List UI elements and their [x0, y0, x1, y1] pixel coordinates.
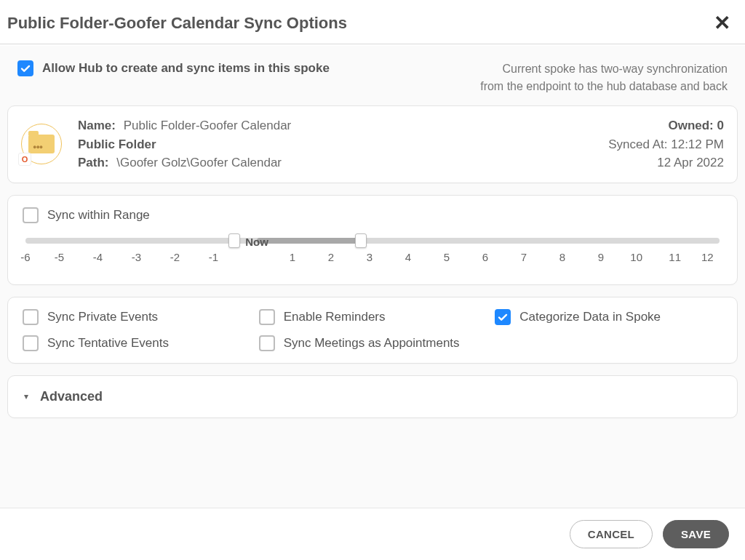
- categorize-label: Categorize Data in Spoke: [519, 310, 661, 324]
- name-label: Name:: [78, 119, 116, 132]
- synced-time: 12:12 PM: [671, 137, 724, 151]
- option-meetings-as-appts: Sync Meetings as Appointments: [259, 335, 487, 351]
- spoke-path-row: Path: \Goofer Golz\Goofer Calendar: [78, 153, 608, 172]
- categorize-checkbox[interactable]: [495, 309, 511, 325]
- header-divider: [0, 44, 745, 44]
- spoke-name-row: Name: Public Folder-Goofer Calendar: [78, 116, 608, 135]
- dialog-title: Public Folder-Goofer Calendar Sync Optio…: [7, 14, 347, 33]
- synced-label: Synced At:: [608, 137, 667, 151]
- option-sync-tentative: Sync Tentative Events: [23, 335, 250, 351]
- allow-left: Allow Hub to create and sync items in th…: [17, 60, 330, 76]
- synced-date: 12 Apr 2022: [608, 153, 724, 172]
- owned-value: 0: [717, 119, 724, 132]
- advanced-label: Advanced: [40, 389, 103, 404]
- advanced-section-toggle[interactable]: ▾ Advanced: [7, 375, 738, 418]
- slider-ticks: -6-5-4-3-2-1123456789101112: [25, 251, 720, 263]
- synced-row: Synced At: 12:12 PM: [608, 135, 724, 154]
- slider-handle-right[interactable]: [355, 233, 367, 248]
- spoke-info-card: ●●● O Name: Public Folder-Goofer Calenda…: [7, 105, 738, 183]
- options-card: Sync Private Events Enable Reminders Cat…: [7, 297, 738, 364]
- path-value: \Goofer Golz\Goofer Calendar: [116, 156, 282, 169]
- name-value: Public Folder-Goofer Calendar: [124, 119, 292, 132]
- slider-track: [25, 238, 720, 244]
- sync-tentative-checkbox[interactable]: [23, 335, 39, 351]
- slider-now-label: Now: [245, 236, 268, 248]
- sync-description: Current spoke has two-way synchronizatio…: [480, 60, 728, 95]
- options-grid: Sync Private Events Enable Reminders Cat…: [23, 309, 722, 351]
- sync-private-checkbox[interactable]: [23, 309, 39, 325]
- option-sync-private: Sync Private Events: [23, 309, 250, 325]
- meetings-as-appts-label: Sync Meetings as Appointments: [284, 336, 460, 351]
- save-button[interactable]: SAVE: [663, 520, 729, 548]
- range-top: Sync within Range: [23, 207, 722, 223]
- path-label: Path:: [78, 156, 109, 169]
- allow-row: Allow Hub to create and sync items in th…: [7, 55, 738, 105]
- sync-description-line2: from the endpoint to the hub database an…: [480, 80, 728, 92]
- allow-hub-checkbox[interactable]: [17, 60, 33, 76]
- check-icon: [20, 63, 31, 74]
- option-categorize: Categorize Data in Spoke: [495, 309, 722, 325]
- dialog-header: Public Folder-Goofer Calendar Sync Optio…: [0, 0, 745, 44]
- sync-within-range-label: Sync within Range: [47, 208, 150, 223]
- dialog-footer: CANCEL SAVE: [0, 508, 745, 560]
- enable-reminders-checkbox[interactable]: [259, 309, 275, 325]
- meetings-as-appts-checkbox[interactable]: [259, 335, 275, 351]
- range-slider[interactable]: Now -6-5-4-3-2-1123456789101112: [25, 235, 720, 271]
- sync-options-dialog: Public Folder-Goofer Calendar Sync Optio…: [0, 0, 745, 560]
- sync-within-range-checkbox[interactable]: [23, 207, 39, 223]
- range-card: Sync within Range Now -6-5-4-3-2-1123456…: [7, 195, 738, 285]
- sync-description-line1: Current spoke has two-way synchronizatio…: [503, 63, 728, 75]
- spoke-info-right: Owned: 0 Synced At: 12:12 PM 12 Apr 2022: [608, 116, 724, 172]
- office-badge-icon: O: [18, 153, 31, 166]
- owned-label: Owned:: [668, 119, 713, 132]
- check-icon: [497, 311, 509, 323]
- allow-hub-label: Allow Hub to create and sync items in th…: [42, 61, 330, 76]
- slider-fill: [257, 238, 361, 244]
- folder-type: Public Folder: [78, 135, 608, 154]
- slider-handle-left[interactable]: [228, 233, 240, 248]
- enable-reminders-label: Enable Reminders: [284, 310, 386, 324]
- spoke-info-left: Name: Public Folder-Goofer Calendar Publ…: [78, 116, 608, 172]
- sync-tentative-label: Sync Tentative Events: [47, 336, 169, 351]
- spoke-icon: ●●● O: [21, 124, 62, 164]
- cancel-button[interactable]: CANCEL: [570, 520, 653, 548]
- sync-private-label: Sync Private Events: [47, 310, 158, 324]
- dialog-body: Allow Hub to create and sync items in th…: [0, 46, 745, 508]
- option-enable-reminders: Enable Reminders: [259, 309, 487, 325]
- close-button[interactable]: ✕: [714, 13, 730, 33]
- close-icon: ✕: [714, 12, 730, 34]
- chevron-down-icon: ▾: [24, 391, 28, 401]
- owned-row: Owned: 0: [608, 116, 724, 135]
